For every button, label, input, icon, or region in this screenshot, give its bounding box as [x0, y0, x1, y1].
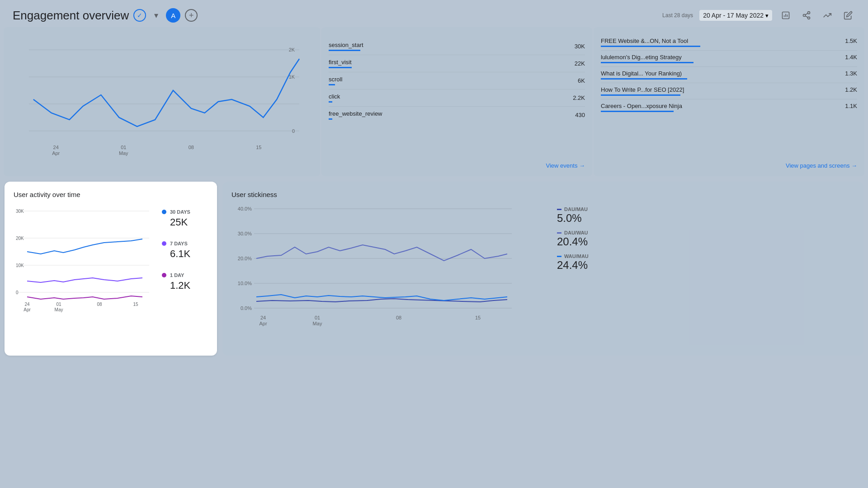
page-name: FREE Website &...ON, Not a Tool — [601, 38, 700, 44]
date-range-value: 20 Apr - 17 May 2022 — [703, 12, 764, 19]
svg-text:20K: 20K — [16, 236, 24, 241]
svg-text:40.0%: 40.0% — [238, 206, 252, 211]
svg-text:15: 15 — [475, 315, 481, 320]
trend-icon[interactable] — [820, 8, 835, 23]
events-card: session_start 30K first_visit 22K scroll… — [321, 27, 592, 176]
page-name: How To Write P...for SEO [2022] — [601, 86, 684, 93]
stickiness-chart-svg: 40.0% 30.0% 20.0% 10.0% 0.0% 24 Apr 01 M… — [231, 202, 557, 342]
legend-dot-1day — [162, 273, 166, 277]
legend-dot-7days — [162, 241, 166, 246]
page-row: How To Write P...for SEO [2022] 1.2K — [601, 83, 857, 99]
event-bar — [329, 84, 335, 85]
activity-chart-svg: 30K 20K 10K 0 24 Apr 01 May 08 15 — [14, 202, 158, 338]
event-value: 30K — [575, 43, 585, 50]
event-name: free_website_review — [329, 110, 382, 117]
page-value: 1.5K — [845, 38, 857, 44]
event-value: 430 — [575, 112, 585, 118]
view-events-link[interactable]: View events → — [546, 162, 585, 169]
page-value: 1.3K — [845, 70, 857, 77]
legend-value-30days: 25K — [170, 216, 203, 228]
pages-list: FREE Website &...ON, Not a Tool 1.5K lul… — [601, 34, 857, 115]
svg-text:01: 01 — [315, 315, 320, 320]
event-name: first_visit — [329, 59, 352, 66]
page-name: lululemon's Dig...eting Strategy — [601, 54, 693, 61]
svg-text:24: 24 — [260, 315, 266, 320]
legend-1day: 1 DAY — [162, 272, 203, 278]
stickiness-content: 40.0% 30.0% 20.0% 10.0% 0.0% 24 Apr 01 M… — [231, 202, 854, 344]
svg-text:Apr: Apr — [259, 321, 267, 326]
legend-label-7days: 7 DAYS — [170, 241, 188, 246]
svg-text:30.0%: 30.0% — [238, 231, 252, 236]
header-left: Engagement overview ✓ ▾ A + — [13, 8, 198, 23]
svg-line-8 — [805, 13, 808, 14]
event-name: session_start — [329, 42, 363, 48]
page-row: lululemon's Dig...eting Strategy 1.4K — [601, 51, 857, 67]
page-bar — [601, 111, 674, 112]
report-icon[interactable] — [778, 8, 793, 23]
event-row: session_start 30K — [329, 38, 585, 55]
event-row: scroll 6K — [329, 72, 585, 89]
header: Engagement overview ✓ ▾ A + Last 28 days… — [0, 0, 868, 27]
page-row: FREE Website &...ON, Not a Tool 1.5K — [601, 34, 857, 51]
svg-text:08: 08 — [97, 302, 102, 307]
page-name: What is Digital... Your Ranking) — [601, 70, 687, 77]
svg-text:01: 01 — [56, 302, 61, 307]
svg-point-4 — [808, 12, 810, 14]
metric-value-wau-mau: 24.4% — [557, 259, 616, 272]
metric-label-dau-wau: DAU/WAU — [564, 230, 588, 235]
event-row: free_website_review 430 — [329, 107, 585, 123]
svg-text:08: 08 — [189, 145, 194, 150]
metric-bar-wau-mau — [557, 256, 561, 257]
pages-card: FREE Website &...ON, Not a Tool 1.5K lul… — [594, 27, 864, 176]
svg-line-7 — [805, 16, 808, 17]
date-range-button[interactable]: 20 Apr - 17 May 2022 ▾ — [699, 10, 772, 21]
activity-legend: 30 DAYS 25K 7 DAYS 6.1K 1 DAY 1.2K — [162, 202, 203, 344]
page-value: 1.2K — [845, 86, 857, 93]
page-row: Careers - Open...xposure Ninja 1.1K — [601, 99, 857, 115]
svg-text:24: 24 — [53, 145, 59, 150]
legend-value-7days: 6.1K — [170, 248, 203, 260]
event-value: 6K — [578, 77, 585, 84]
metric-bar-dau-mau — [557, 209, 561, 210]
events-list: session_start 30K first_visit 22K scroll… — [329, 38, 585, 123]
legend-dot-30days — [162, 210, 166, 214]
svg-text:Apr: Apr — [24, 307, 31, 312]
legend-7days: 7 DAYS — [162, 241, 203, 246]
svg-text:15: 15 — [133, 302, 138, 307]
event-bar — [329, 118, 332, 120]
svg-text:Apr: Apr — [52, 150, 60, 156]
page-bar — [601, 62, 693, 63]
event-bar — [329, 50, 360, 51]
page-row: What is Digital... Your Ranking) 1.3K — [601, 67, 857, 83]
avatar[interactable]: A — [166, 8, 180, 23]
event-row: first_visit 22K — [329, 55, 585, 72]
svg-text:08: 08 — [396, 315, 401, 320]
event-bar — [329, 67, 352, 68]
svg-point-5 — [803, 14, 806, 17]
header-dropdown-button[interactable]: ▾ — [151, 10, 161, 21]
stickiness-metrics: DAU/MAU 5.0% DAU/WAU 20.4% WAU/MAU — [557, 202, 616, 344]
check-icon[interactable]: ✓ — [133, 9, 146, 22]
svg-point-6 — [808, 17, 810, 19]
share-icon[interactable] — [799, 8, 814, 23]
svg-text:0: 0 — [292, 128, 295, 134]
svg-text:0: 0 — [16, 290, 19, 295]
event-row: click 2.2K — [329, 89, 585, 107]
add-button[interactable]: + — [185, 9, 198, 22]
metric-label-dau-mau: DAU/MAU — [564, 206, 588, 212]
svg-text:1K: 1K — [289, 74, 295, 80]
view-pages-link[interactable]: View pages and screens → — [786, 162, 857, 169]
stickiness-title: User stickiness — [231, 191, 854, 198]
legend-30days: 30 DAYS — [162, 209, 203, 215]
stickiness-card: User stickiness 40.0% 30.0% 20.0% 10.0% … — [222, 182, 863, 356]
chevron-down-icon: ▾ — [765, 12, 769, 19]
event-name: scroll — [329, 76, 342, 83]
header-right: Last 28 days 20 Apr - 17 May 2022 ▾ — [662, 8, 855, 23]
date-range-label: Last 28 days — [662, 12, 693, 19]
page-bar — [601, 46, 700, 47]
svg-text:0.0%: 0.0% — [241, 305, 252, 311]
activity-card: User activity over time 30K 20K 10K 0 — [5, 182, 217, 356]
legend-label-30days: 30 DAYS — [170, 209, 190, 215]
metric-dau-mau: DAU/MAU 5.0% — [557, 206, 616, 225]
edit-icon[interactable] — [841, 8, 855, 23]
